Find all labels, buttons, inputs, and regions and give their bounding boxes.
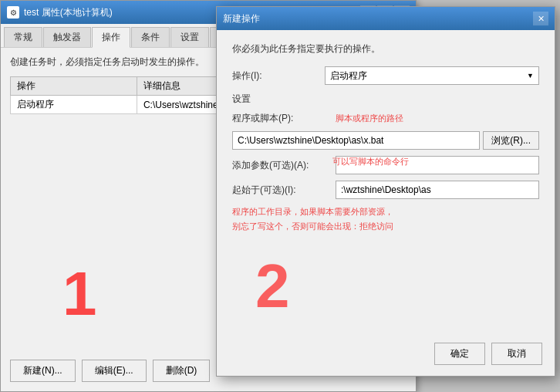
- hint-line2: 别忘了写这个，否则可能会出现：拒绝访问: [232, 220, 539, 233]
- program-input[interactable]: [232, 131, 480, 150]
- big-number-1: 1: [62, 259, 97, 329]
- edit-button[interactable]: 编辑(E)...: [82, 360, 147, 382]
- program-hint: 脚本或程序的路径: [336, 113, 403, 124]
- dialog-content: 你必须为此任务指定要执行的操作。 操作(I): 启动程序 ▼ 设置 程序或脚本(…: [217, 30, 555, 245]
- new-button[interactable]: 新建(N)...: [10, 360, 76, 382]
- tab-actions[interactable]: 操作: [92, 27, 130, 48]
- tab-settings[interactable]: 设置: [170, 27, 209, 47]
- combo-arrow-icon: ▼: [527, 72, 534, 79]
- args-row: 添加参数(可选)(A): 可以写脚本的命令行: [232, 156, 539, 174]
- operation-value: 启动程序: [330, 69, 367, 83]
- col-header-action: 操作: [11, 77, 137, 96]
- dialog-titlebar: 新建操作 ✕: [217, 7, 555, 30]
- operation-combo[interactable]: 启动程序 ▼: [325, 66, 539, 85]
- big-number-2: 2: [255, 251, 290, 322]
- settings-title: 设置: [232, 93, 539, 106]
- dialog-close-button[interactable]: ✕: [533, 12, 548, 25]
- cancel-button[interactable]: 取消: [491, 343, 542, 365]
- startdir-row: 起始于(可选)(I):: [232, 181, 539, 199]
- tab-general[interactable]: 常规: [4, 27, 42, 47]
- args-label: 添加参数(可选)(A):: [232, 159, 332, 172]
- operation-label: 操作(I):: [232, 69, 325, 83]
- browse-button[interactable]: 浏览(R)...: [483, 131, 539, 150]
- operation-row: 操作(I): 启动程序 ▼: [232, 66, 539, 85]
- app-icon: ⚙: [7, 6, 19, 19]
- startdir-label: 起始于(可选)(I):: [232, 184, 332, 197]
- hint-area: 程序的工作目录，如果脚本需要外部资源， 别忘了写这个，否则可能会出现：拒绝访问: [232, 205, 539, 232]
- tab-triggers[interactable]: 触发器: [43, 27, 91, 47]
- settings-section: 设置 程序或脚本(P): 脚本或程序的路径 浏览(R)... 添加参数(可选)(…: [232, 93, 539, 232]
- dialog-title: 新建操作: [223, 12, 533, 25]
- dialog-info: 你必须为此任务指定要执行的操作。: [232, 42, 539, 56]
- delete-button[interactable]: 删除(D): [153, 360, 211, 382]
- startdir-input[interactable]: [336, 181, 539, 199]
- confirm-button[interactable]: 确定: [434, 343, 485, 365]
- program-input-row: 浏览(R)...: [232, 131, 539, 150]
- program-label: 程序或脚本(P):: [232, 112, 332, 125]
- program-row: 程序或脚本(P): 脚本或程序的路径: [232, 112, 539, 125]
- hint-line1: 程序的工作目录，如果脚本需要外部资源，: [232, 205, 539, 218]
- dialog-bottom-buttons: 确定 取消: [434, 343, 542, 365]
- args-hint: 可以写脚本的命令行: [332, 156, 409, 167]
- program-input-group: 浏览(R)...: [232, 131, 539, 150]
- tab-conditions[interactable]: 条件: [131, 27, 170, 47]
- bottom-buttons: 新建(N)... 编辑(E)... 删除(D): [10, 360, 210, 382]
- action-cell: 启动程序: [11, 96, 137, 114]
- new-action-dialog: 新建操作 ✕ 你必须为此任务指定要执行的操作。 操作(I): 启动程序 ▼ 设置…: [216, 6, 555, 377]
